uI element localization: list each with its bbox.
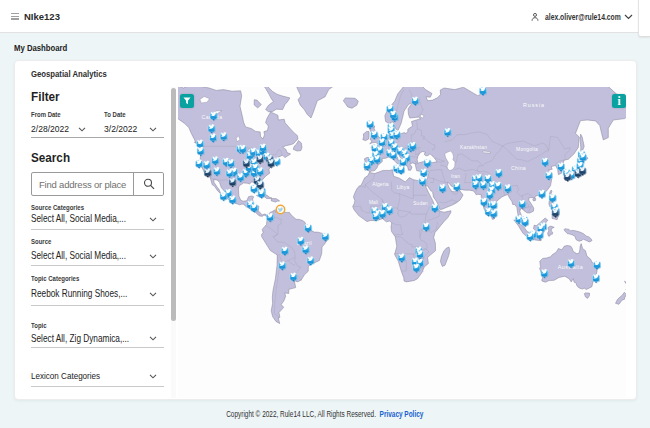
copyright-text: Copyright © 2022, Rule14 LLC, All Rights…	[226, 409, 376, 419]
top-bar: NIke123 alex.oliver@rule14.com	[0, 0, 650, 33]
filter-heading: Filter	[31, 89, 63, 104]
search-heading: Search	[31, 150, 74, 165]
panel-scrollbar-thumb[interactable]	[171, 88, 176, 321]
divider	[31, 265, 164, 266]
address-search-input[interactable]	[32, 173, 133, 195]
source-value[interactable]: Select All, Social Media,...	[31, 250, 158, 261]
from-date-chevron-down-icon[interactable]	[78, 127, 86, 132]
map-filter-button[interactable]	[180, 94, 194, 108]
topbar-corner-panel	[638, 0, 650, 37]
map-info-button[interactable]: i	[612, 94, 626, 108]
to-date-chevron-down-icon[interactable]	[149, 127, 157, 132]
search-button[interactable]	[133, 173, 163, 195]
country-label: Libya	[397, 184, 410, 190]
filter-panel: Filter From Date 2/28/2022 To Date 3/2/2…	[31, 87, 165, 399]
country-label: Mongolia	[516, 146, 538, 152]
funnel-icon	[183, 97, 191, 105]
tweet-marker-orange[interactable]	[276, 205, 284, 213]
country-label: Sudan	[413, 201, 428, 206]
hamburger-menu-icon[interactable]	[11, 13, 19, 20]
source-categories-value[interactable]: Select All, Social Media,...	[31, 213, 158, 224]
topic-label: Topic	[31, 321, 50, 330]
footer: Copyright © 2022, Rule14 LLC, All Rights…	[0, 409, 650, 419]
user-icon	[530, 12, 540, 22]
card-title: Geospatial Analytics	[31, 69, 114, 79]
country-label: Algeria	[372, 181, 389, 187]
account-menu[interactable]: alex.oliver@rule14.com	[530, 0, 633, 33]
topic-categories-chevron-down-icon[interactable]	[149, 292, 157, 297]
panel-scrollbar[interactable]	[171, 87, 176, 398]
divider	[31, 137, 164, 138]
country-label: Kazakhstan	[460, 145, 487, 150]
divider	[31, 229, 164, 230]
privacy-policy-link[interactable]: Privacy Policy	[380, 409, 424, 419]
country-label: Russia	[523, 102, 545, 108]
divider	[31, 305, 164, 306]
address-search-box	[31, 172, 164, 196]
account-email: alex.oliver@rule14.com	[545, 12, 607, 22]
lexicon-categories-label[interactable]: Lexicon Categories	[31, 371, 112, 381]
country-label: China	[511, 165, 526, 171]
account-chevron-down-icon	[624, 14, 633, 20]
geospatial-analytics-card: Geospatial Analytics Filter From Date 2/…	[14, 60, 637, 400]
to-date-label: To Date	[104, 110, 131, 119]
topic-value[interactable]: Select All, Zig Dynamica,...	[31, 333, 162, 344]
world-map-svg: CanadaRussiaKazakhstanMongoliaChinaIranL…	[178, 87, 626, 398]
topic-categories-label: Topic Categories	[31, 274, 91, 283]
lexicon-categories-chevron-down-icon[interactable]	[149, 374, 157, 379]
topic-categories-value[interactable]: Reebok Running Shoes,...	[31, 288, 159, 299]
topic-chevron-down-icon[interactable]	[149, 336, 157, 341]
from-date-label: From Date	[31, 110, 68, 119]
divider	[31, 347, 164, 348]
country-label: Mali	[369, 200, 378, 205]
brand-title: NIke123	[24, 11, 60, 22]
info-icon: i	[617, 95, 620, 107]
geospatial-map[interactable]: CanadaRussiaKazakhstanMongoliaChinaIranL…	[178, 87, 626, 398]
magnifier-icon	[143, 178, 155, 190]
source-chevron-down-icon[interactable]	[149, 254, 157, 259]
source-label: Source	[31, 237, 56, 246]
country-label: Iran	[451, 173, 460, 179]
from-date-value[interactable]: 2/28/2022	[31, 124, 73, 134]
divider	[31, 386, 164, 387]
to-date-value[interactable]: 3/2/2022	[104, 124, 141, 134]
source-categories-chevron-down-icon[interactable]	[149, 217, 157, 222]
breadcrumb: My Dashboard	[14, 43, 76, 53]
